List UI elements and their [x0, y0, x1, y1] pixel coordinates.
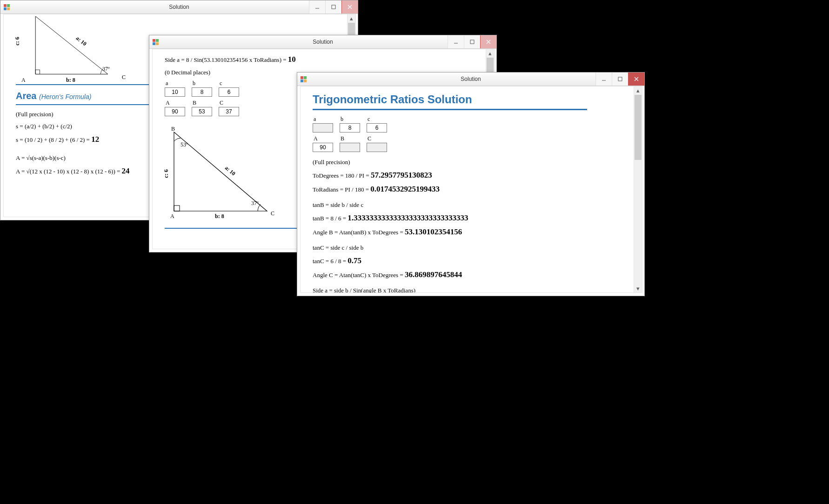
value-b[interactable]: 8	[192, 87, 212, 97]
angles-row: A90 B C	[313, 135, 622, 152]
tanc-calc: tanC = 6 / 8 = 0.75	[313, 256, 622, 265]
label-a: a	[313, 116, 316, 123]
minimize-button[interactable]	[309, 0, 325, 13]
close-button[interactable]	[480, 35, 496, 48]
divider	[313, 109, 587, 110]
label-C: C	[367, 135, 371, 142]
minimize-button[interactable]	[448, 35, 464, 48]
window-solution-trig: Solution Trigonometric Ratios Solution a…	[297, 72, 645, 296]
value-c[interactable]: 6	[367, 123, 387, 133]
precision-note: (Full precision)	[313, 159, 622, 166]
vertical-scrollbar[interactable]: ▴ ▾	[634, 86, 642, 293]
titlebar[interactable]: Solution	[297, 73, 644, 86]
value-a[interactable]	[313, 123, 333, 133]
value-C[interactable]	[367, 143, 387, 152]
window-title: Solution	[149, 39, 496, 45]
titlebar[interactable]: Solution	[149, 35, 496, 49]
value-B[interactable]	[340, 143, 360, 152]
tanb-calc: tanB = 8 / 6 = 1.33333333333333333333333…	[313, 213, 622, 223]
toradians-line: ToRadians = PI / 180 = 0.017453292519943…	[313, 185, 622, 194]
sides-row: a b8 c6	[313, 116, 622, 133]
maximize-button[interactable]	[325, 0, 341, 13]
label-B: B	[192, 99, 196, 106]
label-b: b	[192, 80, 195, 87]
label-c: c	[367, 116, 370, 123]
svg-marker-9	[174, 132, 267, 211]
minimize-button[interactable]	[595, 73, 612, 86]
label-b: b	[340, 116, 343, 123]
label-B: B	[340, 135, 344, 142]
scroll-up-button[interactable]: ▴	[348, 14, 355, 22]
label-A: A	[313, 135, 318, 142]
value-A[interactable]: 90	[313, 143, 333, 152]
side-a-calc: Side a = 8 / Sin(53.130102354156 x ToRad…	[165, 55, 474, 64]
label-c: c	[219, 80, 222, 87]
close-button[interactable]	[341, 0, 358, 13]
svg-rect-12	[618, 77, 622, 81]
divider	[16, 84, 151, 85]
label-C: C	[219, 99, 223, 106]
angleb-calc: Angle B = Atan(tanB) x ToDegrees = 53.13…	[313, 227, 622, 237]
svg-rect-10	[174, 206, 180, 211]
value-a[interactable]: 10	[165, 87, 185, 97]
maximize-button[interactable]	[612, 73, 628, 86]
scroll-down-button[interactable]: ▾	[634, 285, 642, 292]
app-icon	[300, 76, 307, 82]
value-C[interactable]: 37	[219, 107, 239, 116]
maximize-button[interactable]	[464, 35, 480, 48]
value-c[interactable]: 6	[219, 87, 239, 97]
label-a: a	[165, 80, 168, 87]
sidea-formula: Side a = side b / Sin(angle B x ToRadian…	[313, 287, 622, 293]
app-icon	[3, 4, 10, 10]
close-button[interactable]	[628, 73, 644, 86]
value-B[interactable]: 53	[192, 107, 212, 116]
value-A[interactable]: 90	[165, 107, 185, 116]
label-A: A	[165, 99, 170, 106]
anglec-calc: Angle C = Atan(tanC) x ToDegrees = 36.86…	[313, 270, 622, 279]
svg-rect-1	[332, 5, 335, 9]
todegrees-line: ToDegrees = 180 / PI = 57.2957795130823	[313, 171, 622, 180]
value-b[interactable]: 8	[340, 123, 360, 133]
content-area: Trigonometric Ratios Solution a b8 c6 A9…	[300, 86, 634, 293]
triangle-diagram: c: 6 a: 10 37º A C b: 8	[16, 16, 127, 81]
divider	[165, 228, 300, 229]
svg-rect-4	[35, 70, 40, 74]
app-icon	[152, 39, 159, 45]
svg-rect-6	[470, 40, 474, 44]
scroll-up-button[interactable]: ▴	[634, 86, 642, 94]
divider	[16, 104, 151, 105]
tanb-formula: tanB = side b / side c	[313, 201, 622, 209]
window-title: Solution	[297, 76, 644, 82]
scroll-up-button[interactable]: ▴	[486, 49, 494, 57]
titlebar[interactable]: Solution	[0, 0, 358, 14]
scroll-thumb[interactable]	[635, 95, 642, 160]
triangle-diagram: B 53º c: 6 a: 10 37º A C b: 8	[165, 127, 276, 225]
window-title: Solution	[0, 4, 358, 10]
page-title: Trigonometric Ratios Solution	[313, 93, 622, 106]
tanc-formula: tanC = side c / side b	[313, 244, 622, 252]
